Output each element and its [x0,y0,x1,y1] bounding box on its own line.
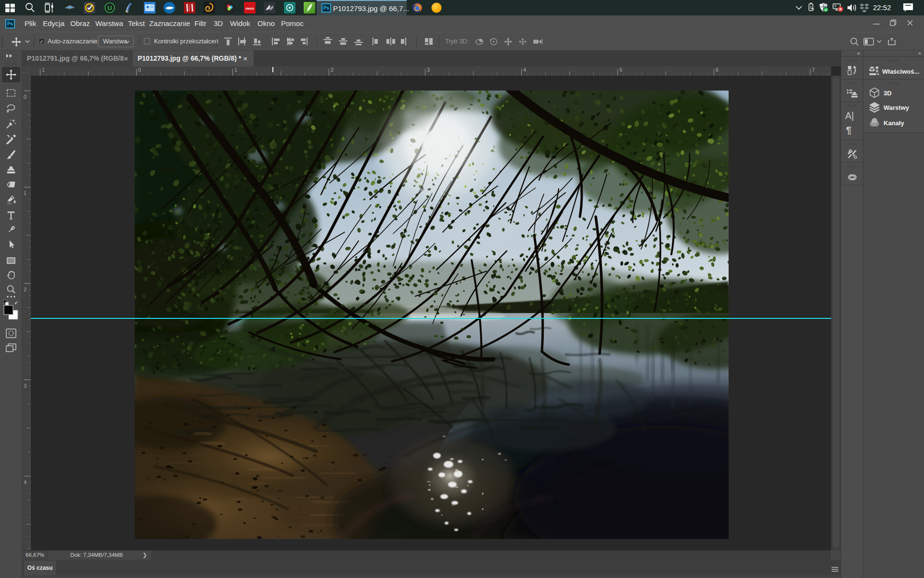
svg-text:nero: nero [245,6,254,11]
svg-text:U: U [107,4,112,12]
